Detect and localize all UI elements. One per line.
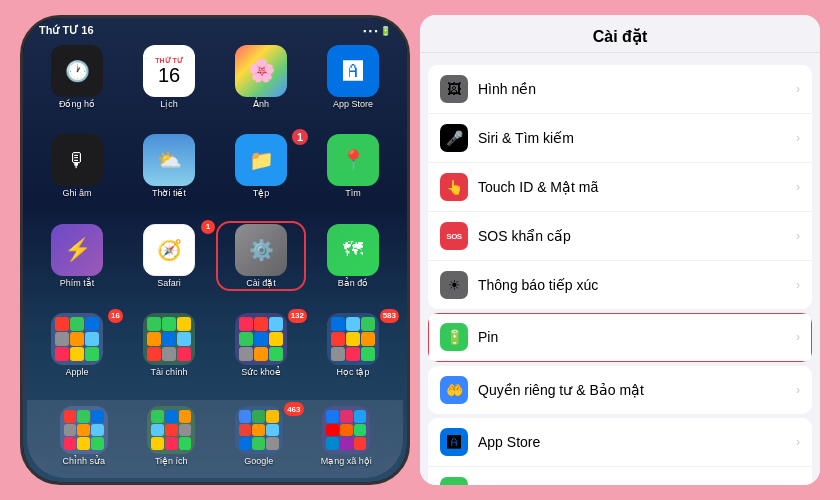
dock-tieních[interactable]: Tiện ích [131, 406, 213, 466]
sos-icon: SOS [440, 222, 468, 250]
pin-label: Pin [478, 329, 796, 345]
thongbao-label: Thông báo tiếp xúc [478, 277, 796, 293]
app-label-apple: Apple [65, 367, 88, 377]
app-label-lich: Lịch [160, 99, 178, 109]
sos-chevron: › [796, 229, 800, 243]
touchid-label: Touch ID & Mật mã [478, 179, 796, 195]
app-folder-apple[interactable]: 16 Apple [35, 313, 119, 394]
settings-title: Cài đặt [593, 27, 647, 46]
status-bar: Thứ TƯ 16 ▪ ▪ ▪ 🔋 [23, 18, 407, 39]
siri-icon: 🎤 [440, 124, 468, 152]
app-folder-suckhoe[interactable]: 132 Sức khoẻ [219, 313, 303, 394]
app-label-bando: Bản đồ [338, 278, 369, 288]
settings-section-1: 🖼 Hình nền › 🎤 Siri & Tìm kiếm › 👆 [428, 65, 812, 309]
settings-row-siri[interactable]: 🎤 Siri & Tìm kiếm › [428, 114, 812, 163]
dock: Chỉnh sửa Tiện ích [27, 400, 403, 478]
quyenriengtu-label: Quyền riêng tư & Bảo mật [478, 382, 796, 398]
touchid-icon: 👆 [440, 173, 468, 201]
app-label-donghoo: Đồng hồ [59, 99, 95, 109]
app-label-tep: Tệp [253, 188, 270, 198]
settings-section-4: 🅰 App Store › 💳 Ví & Apple Pay › [428, 418, 812, 485]
settings-row-touchid[interactable]: 👆 Touch ID & Mật mã › [428, 163, 812, 212]
app-grid: 🕐 Đồng hồ THỨ TƯ 16 Lịch 🌸 Ảnh 🅰 App [23, 39, 407, 400]
settings-row-appstore[interactable]: 🅰 App Store › [428, 418, 812, 467]
dock-chinhedit[interactable]: Chỉnh sửa [43, 406, 125, 466]
thongbao-chevron: › [796, 278, 800, 292]
vi-chevron: › [796, 484, 800, 485]
pin-chevron: › [796, 330, 800, 344]
hinnen-icon: 🖼 [440, 75, 468, 103]
app-label-hoctap: Học tập [336, 367, 369, 377]
status-icons: ▪ ▪ ▪ 🔋 [363, 26, 391, 36]
settings-header: Cài đặt [420, 15, 820, 53]
settings-section-3: 🤲 Quyền riêng tư & Bảo mật › [428, 366, 812, 414]
thongbao-icon: ☀ [440, 271, 468, 299]
app-donghoo[interactable]: 🕐 Đồng hồ [35, 45, 119, 126]
vi-icon: 💳 [440, 477, 468, 485]
hinnen-label: Hình nền [478, 81, 796, 97]
dock-google[interactable]: 463 Google [218, 406, 300, 466]
settings-row-pin[interactable]: 🔋 Pin › [428, 313, 812, 362]
settings-row-thongbao[interactable]: ☀ Thông báo tiếp xúc › [428, 261, 812, 309]
phone-screen: Thứ TƯ 16 ▪ ▪ ▪ 🔋 🕐 Đồng hồ THỨ TƯ 16 Lị… [20, 15, 410, 485]
app-label-tim: Tìm [345, 188, 361, 198]
status-time: Thứ TƯ 16 [39, 24, 94, 37]
settings-panel: Cài đặt 🖼 Hình nền › 🎤 Siri & [420, 15, 820, 485]
app-label-suckhoe: Sức khoẻ [241, 367, 281, 377]
app-bando[interactable]: 🗺 Bản đồ [311, 224, 395, 305]
settings-row-quyenriengtu[interactable]: 🤲 Quyền riêng tư & Bảo mật › [428, 366, 812, 414]
hinnen-chevron: › [796, 82, 800, 96]
touchid-chevron: › [796, 180, 800, 194]
app-label-anh: Ảnh [253, 99, 269, 109]
app-label-safari: Safari [157, 278, 181, 288]
sos-label: SOS khẩn cấp [478, 228, 796, 244]
vi-label: Ví & Apple Pay [478, 483, 796, 485]
quyenriengtu-chevron: › [796, 383, 800, 397]
settings-section-2: 🔋 Pin › 2 [428, 313, 812, 362]
app-lich[interactable]: THỨ TƯ 16 Lịch [127, 45, 211, 126]
app-label-caidat: Cài đặt [246, 278, 276, 288]
app-folder-taichinh[interactable]: Tài chính [127, 313, 211, 394]
dock-label-chinhsua: Chỉnh sửa [62, 456, 105, 466]
app-label-phimtat: Phím tắt [60, 278, 95, 288]
appstore-icon: 🅰 [440, 428, 468, 456]
app-label-appstore: App Store [333, 99, 373, 109]
appstore-label: App Store [478, 434, 796, 450]
dock-label-mangxahoi: Mạng xã hội [321, 456, 372, 466]
siri-label: Siri & Tìm kiếm [478, 130, 796, 146]
pin-icon: 🔋 [440, 323, 468, 351]
app-phimtat[interactable]: ⚡ Phím tắt [35, 224, 119, 305]
app-label-ghiam: Ghi âm [62, 188, 91, 198]
app-tim[interactable]: 📍 Tìm [311, 134, 395, 215]
dock-label-tienich: Tiện ích [155, 456, 188, 466]
app-ghiam[interactable]: 🎙 Ghi âm [35, 134, 119, 215]
app-folder-hoctap[interactable]: 583 Học tập [311, 313, 395, 394]
settings-list: 🖼 Hình nền › 🎤 Siri & Tìm kiếm › 👆 [420, 53, 820, 485]
app-appstore[interactable]: 🅰 App Store [311, 45, 395, 126]
quyenriengtu-icon: 🤲 [440, 376, 468, 404]
app-tep[interactable]: 📁 1 Tệp [219, 134, 303, 215]
settings-row-sos[interactable]: SOS SOS khẩn cấp › [428, 212, 812, 261]
settings-row-vi[interactable]: 💳 Ví & Apple Pay › [428, 467, 812, 485]
app-label-thoitiet: Thời tiết [152, 188, 186, 198]
appstore-chevron: › [796, 435, 800, 449]
app-label-taichinh: Tài chính [150, 367, 187, 377]
app-anh[interactable]: 🌸 Ảnh [219, 45, 303, 126]
dock-mangxahoi[interactable]: Mạng xã hội [306, 406, 388, 466]
app-safari[interactable]: 🧭 1 Safari [127, 224, 211, 305]
siri-chevron: › [796, 131, 800, 145]
app-caidat[interactable]: ⚙️ Cài đặt [219, 224, 303, 305]
dock-label-google: Google [244, 456, 273, 466]
settings-row-hinnen[interactable]: 🖼 Hình nền › [428, 65, 812, 114]
app-thoitiet[interactable]: ⛅ Thời tiết [127, 134, 211, 215]
